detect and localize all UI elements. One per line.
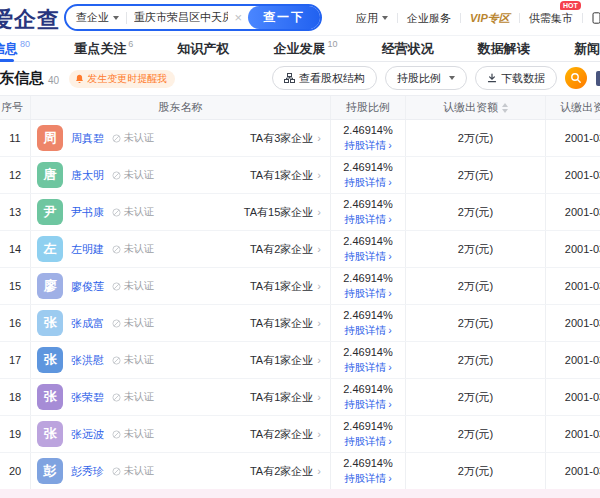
- nav-item-app[interactable]: APP: [592, 12, 600, 24]
- date-cell: 2001-03-13: [545, 379, 600, 415]
- divider: [126, 12, 127, 24]
- holding-detail-link[interactable]: 持股详情: [344, 249, 392, 263]
- tab[interactable]: 基本信息 80: [0, 36, 30, 62]
- holding-detail-link[interactable]: 持股详情: [344, 360, 392, 374]
- related-companies-link[interactable]: TA有1家企业: [250, 353, 321, 368]
- related-companies-link[interactable]: TA有1家企业: [250, 168, 321, 183]
- holding-detail-link[interactable]: 持股详情: [344, 323, 392, 337]
- holding-detail-link[interactable]: 持股详情: [344, 434, 392, 448]
- holding-detail-link[interactable]: 持股详情: [344, 397, 392, 411]
- search-input[interactable]: 重庆市荣昌区中天房屋经纪有限公司: [134, 10, 228, 25]
- nav-item-services[interactable]: 企业服务: [407, 11, 451, 26]
- table-row: 17 张 张洪慰 未认证 TA有1家企业 2.46914% 持股详情 2万(元)…: [0, 342, 600, 379]
- clear-icon[interactable]: [234, 11, 242, 24]
- tab[interactable]: 知识产权: [177, 36, 229, 62]
- table-row: 13 尹 尹书康 未认证 TA有15家企业 2.46914% 持股详情 2万(元…: [0, 194, 600, 231]
- top-header: 爱企查 查企业 重庆市荣昌区中天房屋经纪有限公司 查一下 应用 企业服务 VIP…: [0, 0, 600, 36]
- ratio-value: 2.46914%: [343, 345, 393, 360]
- circle-slash-icon: [112, 208, 121, 217]
- divider: [397, 13, 398, 23]
- related-companies-link[interactable]: TA有2家企业: [250, 427, 321, 442]
- circle-slash-icon: [112, 134, 121, 143]
- avatar: 尹: [37, 199, 63, 225]
- unverified-badge: 未认证: [112, 390, 154, 404]
- amount-cell: 2万(元): [405, 120, 545, 156]
- col-shareholder-name: 股东名称: [30, 96, 330, 119]
- related-companies-link[interactable]: TA有1家企业: [250, 279, 321, 294]
- search-box[interactable]: 查企业 重庆市荣昌区中天房屋经纪有限公司 查一下: [64, 4, 322, 31]
- search-category-dropdown[interactable]: 查企业: [76, 10, 109, 25]
- divider: [460, 13, 461, 23]
- tab[interactable]: 数据解读: [478, 36, 530, 62]
- shareholder-name-link[interactable]: 彭秀珍: [71, 464, 104, 479]
- tab[interactable]: 经营状况: [382, 36, 434, 62]
- holding-detail-link[interactable]: 持股详情: [344, 286, 392, 300]
- tab[interactable]: 新闻资讯: [574, 36, 600, 62]
- search-button[interactable]: 查一下: [248, 6, 320, 29]
- related-companies-link[interactable]: TA有2家企业: [250, 464, 321, 479]
- nav-item-vip[interactable]: VIP专区: [470, 11, 510, 26]
- shareholder-name-link[interactable]: 廖俊莲: [71, 279, 104, 294]
- table-row: 15 廖 廖俊莲 未认证 TA有1家企业 2.46914% 持股详情 2万(元)…: [0, 268, 600, 305]
- ratio-cell: 2.46914% 持股详情: [330, 231, 405, 267]
- amount-cell: 2万(元): [405, 416, 545, 452]
- shareholder-name-link[interactable]: 唐太明: [71, 168, 104, 183]
- hot-badge: HOT: [560, 1, 581, 10]
- circle-slash-icon: [112, 171, 121, 180]
- ratio-cell: 2.46914% 持股详情: [330, 157, 405, 193]
- date-cell: 2001-03-13: [545, 120, 600, 156]
- related-companies-link[interactable]: TA有1家企业: [250, 316, 321, 331]
- download-data-button[interactable]: 下载数据: [475, 66, 557, 90]
- holding-detail-link[interactable]: 持股详情: [344, 138, 392, 152]
- unverified-badge: 未认证: [112, 242, 154, 256]
- ratio-cell: 2.46914% 持股详情: [330, 416, 405, 452]
- related-companies-link[interactable]: TA有1家企业: [250, 390, 321, 405]
- ratio-value: 2.46914%: [343, 419, 393, 434]
- shareholder-name-link[interactable]: 周真碧: [71, 131, 104, 146]
- ratio-value: 2.46914%: [343, 308, 393, 323]
- avatar: 张: [37, 421, 63, 447]
- ratio-value: 2.46914%: [343, 234, 393, 249]
- shareholder-name-link[interactable]: 张洪慰: [71, 353, 104, 368]
- shareholder-name-link[interactable]: 左明建: [71, 242, 104, 257]
- nav-item-apps[interactable]: 应用: [356, 11, 388, 26]
- holding-detail-link[interactable]: 持股详情: [344, 471, 392, 485]
- unverified-badge: 未认证: [112, 279, 154, 293]
- avatar: 张: [37, 310, 63, 336]
- nav-item-market[interactable]: 供需集市 HOT: [529, 11, 573, 26]
- detail-tabbar: 基本信息 80 重点关注 6 知识产权 企业发展 10 经营状况: [0, 36, 600, 62]
- shareholder-name-link[interactable]: 尹书康: [71, 205, 104, 220]
- shareholder-name-link[interactable]: 张荣碧: [71, 390, 104, 405]
- circle-slash-icon: [112, 430, 121, 439]
- avatar: 张: [37, 384, 63, 410]
- table-row: 16 张 张成富 未认证 TA有1家企业 2.46914% 持股详情 2万(元)…: [0, 305, 600, 342]
- sort-icon[interactable]: [502, 103, 508, 113]
- divider: [582, 13, 583, 23]
- holding-detail-link[interactable]: 持股详情: [344, 175, 392, 189]
- tab[interactable]: 企业发展 10: [274, 36, 338, 62]
- related-companies-link[interactable]: TA有15家企业: [244, 205, 321, 220]
- related-companies-link[interactable]: TA有3家企业: [250, 131, 321, 146]
- unverified-badge: 未认证: [112, 131, 154, 145]
- tab[interactable]: 重点关注 6: [74, 36, 133, 62]
- unverified-badge: 未认证: [112, 353, 154, 367]
- aiqicha-logo[interactable]: 爱企查: [0, 5, 60, 35]
- view-equity-structure-button[interactable]: 查看股权结构: [272, 66, 377, 90]
- divider: [519, 13, 520, 23]
- clipped-float-button[interactable]: [596, 71, 600, 86]
- avatar: 左: [37, 236, 63, 262]
- amount-cell: 2万(元): [405, 453, 545, 489]
- amount-cell: 2万(元): [405, 268, 545, 304]
- change-alert-badge[interactable]: 发生变更时提醒我: [69, 70, 175, 88]
- holding-ratio-dropdown[interactable]: 持股比例: [385, 66, 467, 90]
- holding-detail-link[interactable]: 持股详情: [344, 212, 392, 226]
- shareholder-name-link[interactable]: 张远波: [71, 427, 104, 442]
- col-subscribed-date: 认缴出资日期: [545, 96, 600, 119]
- col-index: 序号: [1, 100, 23, 115]
- aiqicha-float-widget[interactable]: [565, 67, 587, 89]
- top-nav: 应用 企业服务 VIP专区 供需集市 HOT APP: [356, 0, 600, 36]
- shareholder-name-link[interactable]: 张成富: [71, 316, 104, 331]
- related-companies-link[interactable]: TA有2家企业: [250, 242, 321, 257]
- avatar: 唐: [37, 162, 63, 188]
- circle-slash-icon: [112, 245, 121, 254]
